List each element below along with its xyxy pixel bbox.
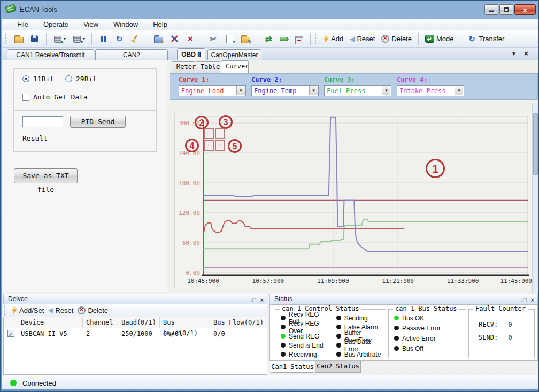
zoom-y-out-button[interactable]: .· [215,140,225,151]
led-label: Active Error [402,335,436,342]
add-set-label: Add/Set [19,306,44,314]
led-label: Bus Arbitrate [344,351,381,358]
delete-button[interactable]: Delete [378,34,415,44]
mode-button[interactable]: ↵Mode [422,34,457,44]
view-tab-table[interactable]: Table [196,61,220,73]
svg-text:120.00: 120.00 [179,210,200,217]
scrollbar-thumb[interactable] [533,113,538,175]
tools-button[interactable] [166,33,182,45]
bit-mode-groupbox: 11Bit 29Bit Auto Get Data [13,68,157,110]
sync-button[interactable]: ⇄ [260,33,276,45]
reset-button[interactable]: ◀Reset [346,34,378,44]
svg-text:60.00: 60.00 [182,240,200,247]
maximize-button[interactable] [499,4,513,15]
edit-data-button[interactable]: + [150,33,166,45]
chevron-down-icon[interactable]: ▼ [455,86,463,95]
delete-label: Delete [391,35,412,43]
pid-send-button[interactable]: PID Send [70,116,126,128]
menu-operate[interactable]: Operate [38,19,74,29]
chevron-down-icon[interactable]: ▼ [382,86,390,95]
menu-view[interactable]: View [78,19,104,29]
led-icon [336,325,341,329]
pause-button[interactable] [95,33,111,45]
control-status-title: can_1 Control Status [280,305,361,312]
led-label: Sending [344,314,368,322]
mode-label: Mode [436,35,454,43]
menu-help[interactable]: Help [148,19,173,29]
close-icon[interactable]: × [531,295,534,305]
save-button[interactable] [27,33,43,45]
minimize-button[interactable] [484,4,498,15]
device-row-checkbox[interactable] [4,328,18,340]
tab-obd-ii[interactable]: OBD II [177,48,205,60]
connector-button[interactable] [276,36,291,42]
tab-can2-receive-transmit[interactable]: CAN2 Receive/Transmit [95,49,168,60]
zoom-x-out-button[interactable]: .¬ [215,128,225,139]
header-device: Device [18,317,83,328]
device-disconnect-button[interactable]: ▾▾ [69,33,88,45]
open-file-button[interactable] [11,33,27,45]
tab-can1-status[interactable]: Can1 Status [271,361,314,373]
fault-send-row: SEND: 0 [479,331,534,344]
refresh-button[interactable]: ↻ [111,33,127,45]
device-delete-button[interactable]: Delete [75,305,110,316]
device-panel-title: Deivce [8,295,28,303]
cut-button[interactable]: ✂ [205,33,221,45]
scissors-icon: ✂ [209,34,218,44]
tab-can2-status[interactable]: Can2 Status [315,361,361,373]
menu-window[interactable]: Window [108,19,143,29]
save-icon [30,34,40,44]
annotation-circle-2: 2 [195,116,209,129]
device-disconnect-icon: ▾ [72,34,82,44]
tab-list-dropdown-icon[interactable]: ▼ [511,51,517,57]
annotation-circle-5: 5 [228,139,242,153]
stop-window-button[interactable] [291,33,307,45]
curve1-dropdown[interactable]: Engine Load▼ [179,85,246,96]
device-connect-button[interactable]: ▸▾ [50,33,69,45]
add-button[interactable]: Add [320,34,346,44]
rewind-icon: ◀ [48,306,53,314]
auto-get-data-checkbox[interactable] [22,94,29,101]
connection-status-text: Connected [22,379,56,387]
clock-delete-icon [78,306,86,314]
curve3-dropdown[interactable]: Fuel Press▼ [324,85,391,96]
view-tab-curver[interactable]: Curver [221,60,249,73]
status-panel-title: Status [274,295,292,303]
curve4-dropdown[interactable]: Intake Press▼ [397,85,464,96]
delete-x-button[interactable]: × [182,33,198,45]
pid-input[interactable] [22,116,63,127]
curve2-label: Curve 2: [251,76,319,83]
pin-icon[interactable]: -□ [250,295,256,305]
close-icon[interactable]: × [260,295,264,305]
chevron-down-icon[interactable]: ▼ [236,86,245,95]
blue-arrow-badge: ▾ [80,40,83,44]
device-add-set-button[interactable]: Add/Set [10,305,46,316]
main-toolbar: ▸▾ ▾▾ ↻ + × ✂ ▾ ↰ ⇄ Add ◀Reset Delete ↵M… [2,30,538,48]
import-button[interactable]: ↰ [237,33,253,45]
tab-can1-receive-transmit[interactable]: CAN1 Receive/Transmit [7,49,94,60]
delete-label: Delete [88,306,108,314]
view-tab-meter[interactable]: Meter [172,61,195,73]
device-table-row[interactable]: USBCAN-II-V5 2 250/1000 0%/0% 0/0 [4,328,267,340]
zoom-y-in-button[interactable]: ·. [204,140,214,151]
led-label: Bus Off [402,345,424,352]
led-label: Passive Error [402,325,441,332]
led-icon [394,336,399,341]
plus-badge: + [161,40,164,44]
chevron-down-icon[interactable]: ▼ [309,86,318,95]
radio-11bit[interactable] [22,75,29,82]
radio-29bit[interactable] [65,75,72,82]
menu-file[interactable]: File [12,19,34,29]
paste-button[interactable]: ▾ [221,33,237,45]
curve2-dropdown[interactable]: Engine Temp▼ [251,85,319,96]
zoom-x-in-button[interactable]: ⌐. [204,128,214,139]
device-reset-button[interactable]: ◀Reset [46,305,75,316]
close-button[interactable]: x [514,4,536,15]
tab-canopenmaster[interactable]: CanOpenMaster [207,49,261,60]
transfer-button[interactable]: ↻Transfer [464,33,507,45]
pin-icon[interactable]: -□ [521,295,526,305]
tab-close-icon[interactable]: × [524,49,528,58]
fault-recv-row: RECV: 0 [479,318,534,331]
clean-button[interactable] [127,33,143,45]
save-as-txt-button[interactable]: Save as TXT file [14,168,78,183]
